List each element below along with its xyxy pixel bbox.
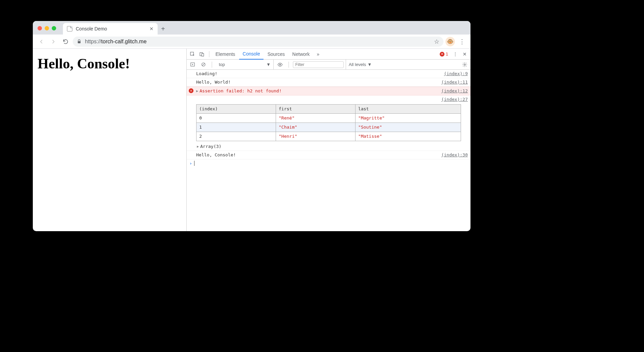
table-header[interactable]: first: [276, 105, 355, 114]
content-area: Hello, Console! Elements Console Sources…: [33, 49, 470, 231]
source-link[interactable]: (index):27: [438, 96, 468, 103]
console-filter-bar: top ▼ All levels ▼: [187, 60, 470, 70]
expand-triangle-icon[interactable]: ▶: [196, 88, 198, 94]
forward-button[interactable]: [48, 37, 59, 47]
log-entry[interactable]: Hello, World! (index):11: [187, 78, 470, 87]
inspect-icon: [190, 51, 195, 57]
console-settings-button[interactable]: [460, 60, 469, 69]
chevron-down-icon: ▼: [266, 62, 271, 67]
more-tabs-button[interactable]: »: [314, 50, 322, 59]
devtools-menu-button[interactable]: ⋮: [451, 50, 460, 59]
log-entry[interactable]: Loading! (index):9: [187, 70, 470, 78]
close-devtools-button[interactable]: ✕: [460, 50, 469, 59]
chevron-double-right-icon: »: [317, 51, 320, 57]
source-link[interactable]: (index):30: [438, 152, 468, 158]
clear-console-button[interactable]: [199, 60, 208, 69]
window-controls: [38, 26, 56, 35]
devtools-tabs: Elements Console Sources Network » ✕ 1 ⋮…: [187, 49, 470, 60]
table-header[interactable]: (index): [197, 105, 276, 114]
browser-tab[interactable]: Console Demo ✕: [63, 23, 158, 35]
tab-strip: Console Demo ✕ +: [33, 21, 470, 35]
maximize-window-button[interactable]: [52, 26, 56, 30]
page-icon: [67, 26, 72, 31]
bookmark-star-icon[interactable]: ☆: [434, 38, 439, 45]
array-summary[interactable]: ▶ Array(3): [196, 143, 468, 150]
rendered-page: Hello, Console!: [33, 49, 187, 231]
source-link[interactable]: (index):12: [438, 88, 468, 94]
browser-window: Console Demo ✕ + https://torch-calf.glit…: [33, 21, 470, 231]
table-row[interactable]: 0 "René" "Magritte": [197, 114, 461, 123]
separator: [209, 51, 209, 57]
close-tab-button[interactable]: ✕: [150, 26, 154, 31]
table-row[interactable]: 1 "Chaim" "Soutine": [197, 123, 461, 132]
devtools-panel: Elements Console Sources Network » ✕ 1 ⋮…: [187, 49, 470, 231]
console-table: (index) first last 0 "René" "Magritte": [196, 104, 461, 141]
url-text: https://torch-calf.glitch.me: [85, 39, 146, 45]
svg-point-7: [464, 64, 465, 65]
filter-input[interactable]: [293, 61, 344, 68]
log-entry[interactable]: Hello, Console! (index):30: [187, 151, 470, 159]
error-count-badge[interactable]: ✕ 1: [438, 51, 450, 57]
source-link[interactable]: (index):11: [438, 79, 468, 86]
log-entry-table: (index):27 (index) first last 0: [187, 95, 470, 151]
log-entry-error[interactable]: ✕ ▶ Assertion failed: h2 not found! (ind…: [187, 87, 470, 95]
lock-icon: [77, 39, 82, 44]
devices-icon: [199, 51, 205, 57]
error-icon: ✕: [189, 88, 193, 93]
source-link[interactable]: (index):9: [441, 70, 468, 77]
address-bar[interactable]: https://torch-calf.glitch.me ☆: [73, 37, 443, 47]
new-tab-button[interactable]: +: [158, 23, 168, 35]
error-icon: ✕: [440, 52, 444, 57]
tab-elements[interactable]: Elements: [212, 49, 238, 60]
sidebar-icon: [190, 62, 195, 67]
console-output: Loading! (index):9 Hello, World! (index)…: [187, 70, 470, 231]
tab-sources[interactable]: Sources: [264, 49, 288, 60]
context-selector[interactable]: top ▼: [216, 60, 274, 69]
table-header[interactable]: last: [355, 105, 461, 114]
svg-rect-3: [202, 53, 204, 56]
console-sidebar-toggle[interactable]: [188, 60, 197, 69]
inspect-element-button[interactable]: [188, 50, 197, 59]
tab-network[interactable]: Network: [289, 49, 313, 60]
browser-toolbar: https://torch-calf.glitch.me ☆ 🐵 ⋮: [33, 35, 470, 49]
arrow-left-icon: [38, 39, 44, 45]
clear-icon: [201, 62, 206, 67]
page-heading: Hello, Console!: [38, 56, 182, 72]
reload-icon: [63, 39, 69, 45]
back-button[interactable]: [36, 37, 46, 47]
svg-point-6: [279, 64, 281, 65]
chevron-down-icon: ▼: [367, 62, 372, 67]
arrow-right-icon: [50, 39, 56, 45]
expand-triangle-icon: ▶: [197, 143, 199, 150]
svg-rect-0: [78, 41, 80, 43]
profile-avatar[interactable]: 🐵: [445, 37, 455, 46]
device-toggle-button[interactable]: [198, 50, 206, 59]
console-prompt[interactable]: ›: [187, 159, 470, 167]
close-window-button[interactable]: [38, 26, 42, 30]
eye-icon: [277, 62, 283, 67]
tab-console[interactable]: Console: [239, 49, 263, 60]
prompt-chevron-icon: ›: [189, 161, 192, 166]
minimize-window-button[interactable]: [45, 26, 49, 30]
text-cursor: [194, 161, 194, 166]
browser-menu-button[interactable]: ⋮: [457, 38, 467, 45]
log-levels-selector[interactable]: All levels ▼: [346, 60, 374, 69]
tab-title: Console Demo: [76, 26, 107, 31]
gear-icon: [462, 62, 467, 67]
reload-button[interactable]: [61, 37, 71, 47]
table-row[interactable]: 2 "Henri" "Matisse": [197, 132, 461, 141]
live-expression-button[interactable]: [276, 60, 284, 69]
